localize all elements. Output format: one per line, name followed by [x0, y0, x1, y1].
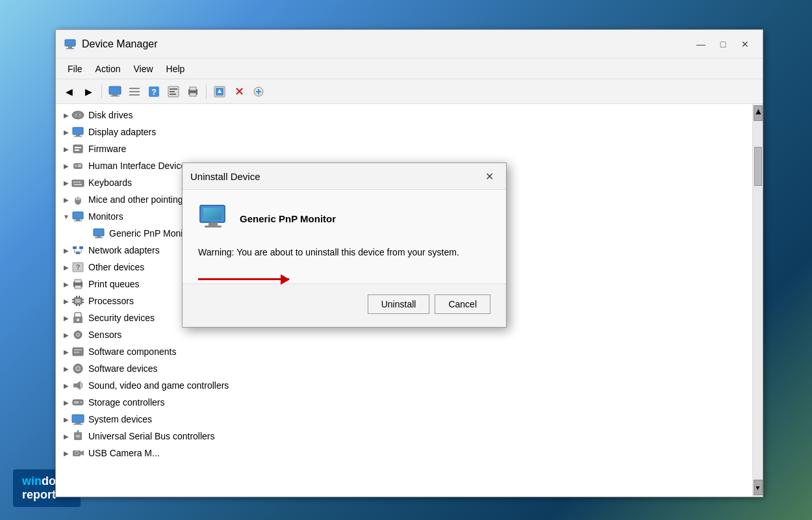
modal-overlay: Uninstall Device ✕	[0, 0, 812, 520]
cancel-button[interactable]: Cancel	[435, 294, 490, 314]
dialog-warning: Warning: You are about to uninstall this…	[198, 247, 490, 257]
arrow-annotation	[198, 278, 289, 280]
dialog-title: Uninstall Device	[190, 171, 480, 182]
dialog-body: Generic PnP Monitor Warning: You are abo…	[183, 190, 506, 283]
svg-rect-105	[209, 222, 218, 226]
dialog-device-name: Generic PnP Monitor	[240, 213, 336, 224]
dialog-title-bar: Uninstall Device ✕	[183, 163, 506, 190]
dialog-footer: Uninstall Cancel	[183, 283, 506, 327]
device-row: Generic PnP Monitor	[198, 203, 490, 234]
svg-rect-106	[205, 226, 222, 228]
svg-rect-107	[203, 208, 222, 220]
arrow-line	[198, 278, 289, 280]
uninstall-button[interactable]: Uninstall	[368, 294, 430, 314]
dialog-close-button[interactable]: ✕	[480, 168, 498, 184]
dialog-device-icon	[198, 203, 229, 234]
uninstall-dialog: Uninstall Device ✕	[182, 162, 507, 328]
